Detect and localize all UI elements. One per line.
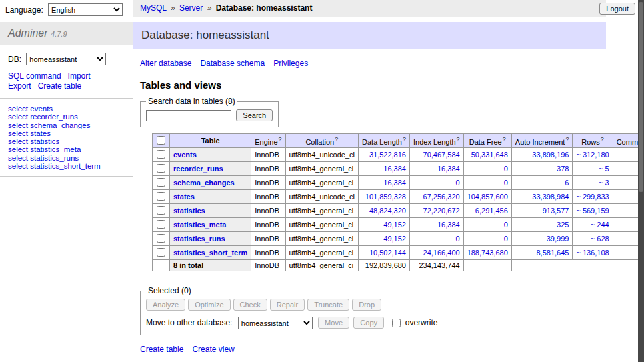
table-link-schema-changes[interactable]: schema_changes xyxy=(173,179,235,187)
data-length-link[interactable]: 16,384 xyxy=(383,165,406,173)
create-link-create-table[interactable]: Create table xyxy=(140,345,183,354)
auto-increment-link[interactable]: 39,999 xyxy=(547,235,569,243)
data-free-link[interactable]: 0 xyxy=(504,179,508,187)
index-length-link[interactable]: 70,467,584 xyxy=(423,151,460,159)
action-link-privileges[interactable]: Privileges xyxy=(273,59,308,68)
data-length-link[interactable]: 31,522,816 xyxy=(369,151,406,159)
repair-button[interactable]: Repair xyxy=(270,299,305,311)
sidebar-select-statistics-meta[interactable]: select statistics_meta xyxy=(8,145,81,153)
search-button[interactable]: Search xyxy=(236,109,273,121)
create-link-create-view[interactable]: Create view xyxy=(192,345,234,354)
row-checkbox-statistics-short-term[interactable] xyxy=(157,248,165,257)
sidebar-link-import[interactable]: Import xyxy=(68,71,91,81)
auto-increment-link[interactable]: 378 xyxy=(557,165,569,173)
help-link[interactable]: ? xyxy=(403,136,406,143)
index-length-link[interactable]: 72,220,672 xyxy=(423,207,460,215)
row-checkbox-statistics[interactable] xyxy=(157,206,165,215)
sidebar-select-schema-changes[interactable]: select schema_changes xyxy=(8,121,90,129)
data-length-link[interactable]: 49,152 xyxy=(383,221,406,229)
sidebar-select-statistics[interactable]: select statistics xyxy=(8,137,59,145)
sidebar-select-events[interactable]: select events xyxy=(8,105,53,113)
move-button[interactable]: Move xyxy=(318,317,349,329)
help-link[interactable]: ? xyxy=(503,136,506,143)
analyze-button[interactable]: Analyze xyxy=(146,299,185,311)
action-link-alter-database[interactable]: Alter database xyxy=(140,59,191,68)
data-length-link[interactable]: 49,152 xyxy=(383,235,406,243)
sidebar-select-statistics-short-term[interactable]: select statistics_short_term xyxy=(8,162,101,170)
rows-link[interactable]: ~ 5 xyxy=(599,165,609,173)
logout-button[interactable]: Logout xyxy=(599,3,635,15)
data-free-link[interactable]: 0 xyxy=(504,165,508,173)
rows-link[interactable]: ~ 628 xyxy=(591,235,609,243)
sidebar-link-create-table[interactable]: Create table xyxy=(38,81,81,91)
data-length-link[interactable]: 48,824,320 xyxy=(369,207,406,215)
row-checkbox-recorder-runs[interactable] xyxy=(157,164,165,173)
index-length-link[interactable]: 16,384 xyxy=(437,165,460,173)
data-length-link[interactable]: 101,859,328 xyxy=(365,193,406,201)
db-select[interactable]: homeassistant xyxy=(26,53,106,65)
index-length-link[interactable]: 0 xyxy=(456,235,460,243)
table-link-statistics[interactable]: statistics xyxy=(173,207,205,215)
check-button[interactable]: Check xyxy=(233,299,267,311)
data-length-link[interactable]: 10,502,144 xyxy=(369,249,406,257)
row-checkbox-states[interactable] xyxy=(157,192,165,201)
help-link[interactable]: ? xyxy=(457,136,460,143)
table-link-recorder-runs[interactable]: recorder_runs xyxy=(173,165,223,173)
help-link[interactable]: ? xyxy=(335,136,338,143)
table-link-events[interactable]: events xyxy=(173,151,197,159)
rows-link[interactable]: ~ 244 xyxy=(591,221,609,229)
auto-increment-link[interactable]: 325 xyxy=(557,221,569,229)
sidebar-link-sql-command[interactable]: SQL command xyxy=(8,71,61,81)
sidebar-select-statistics-runs[interactable]: select statistics_runs xyxy=(8,154,79,162)
rows-link[interactable]: ~ 3 xyxy=(599,179,609,187)
data-free-link[interactable]: 188,743,680 xyxy=(467,249,508,257)
search-input[interactable] xyxy=(146,110,231,121)
index-length-link[interactable]: 24,166,400 xyxy=(423,249,460,257)
help-link[interactable]: ? xyxy=(601,136,604,143)
sidebar-select-recorder-runs[interactable]: select recorder_runs xyxy=(8,113,78,121)
optimize-button[interactable]: Optimize xyxy=(188,299,230,311)
table-link-statistics-runs[interactable]: statistics_runs xyxy=(173,235,225,243)
copy-button[interactable]: Copy xyxy=(353,317,384,329)
row-checkbox-events[interactable] xyxy=(157,150,165,159)
index-length-link[interactable]: 0 xyxy=(456,179,460,187)
auto-increment-link[interactable]: 33,398,984 xyxy=(532,193,569,201)
breadcrumb-link-server[interactable]: Server xyxy=(179,3,203,13)
data-free-link[interactable]: 0 xyxy=(504,221,508,229)
overwrite-checkbox[interactable] xyxy=(392,319,401,327)
rows-link[interactable]: ~ 136,108 xyxy=(576,249,609,257)
help-link[interactable]: ? xyxy=(279,136,282,143)
sidebar-select-states[interactable]: select states xyxy=(8,129,51,137)
table-link-statistics-short-term[interactable]: statistics_short_term xyxy=(173,249,247,257)
row-checkbox-schema-changes[interactable] xyxy=(157,178,165,187)
action-link-database-schema[interactable]: Database schema xyxy=(200,59,265,68)
auto-increment-link[interactable]: 33,898,196 xyxy=(532,151,569,159)
table-link-statistics-meta[interactable]: statistics_meta xyxy=(173,221,227,229)
select-all-checkbox[interactable] xyxy=(157,136,165,145)
auto-increment-link[interactable]: 913,577 xyxy=(543,207,569,215)
row-checkbox-statistics-meta[interactable] xyxy=(157,220,165,229)
row-checkbox-statistics-runs[interactable] xyxy=(157,234,165,243)
rows-link[interactable]: ~ 312,180 xyxy=(576,151,609,159)
language-select[interactable]: English xyxy=(48,3,123,16)
auto-increment-link[interactable]: 6 xyxy=(565,179,569,187)
truncate-button[interactable]: Truncate xyxy=(307,299,349,311)
table-link-states[interactable]: states xyxy=(173,193,195,201)
scrollbar-thumb[interactable] xyxy=(639,2,643,192)
data-length-link[interactable]: 16,384 xyxy=(383,179,406,187)
sidebar-link-export[interactable]: Export xyxy=(8,81,31,91)
auto-increment-link[interactable]: 8,581,645 xyxy=(536,249,569,257)
move-db-select[interactable]: homeassistant xyxy=(238,317,313,329)
index-length-link[interactable]: 67,256,320 xyxy=(423,193,460,201)
drop-button[interactable]: Drop xyxy=(352,299,381,311)
rows-link[interactable]: ~ 569,159 xyxy=(576,207,609,215)
help-link[interactable]: ? xyxy=(565,136,569,143)
data-free-link[interactable]: 50,331,648 xyxy=(471,151,508,159)
data-free-link[interactable]: 104,857,600 xyxy=(467,193,508,201)
data-free-link[interactable]: 6,291,456 xyxy=(475,207,508,215)
data-free-link[interactable]: 0 xyxy=(504,235,508,243)
breadcrumb-link-mysql[interactable]: MySQL xyxy=(140,3,167,13)
scrollbar[interactable] xyxy=(638,0,644,362)
index-length-link[interactable]: 16,384 xyxy=(437,221,460,229)
rows-link[interactable]: ~ 299,833 xyxy=(576,193,609,201)
